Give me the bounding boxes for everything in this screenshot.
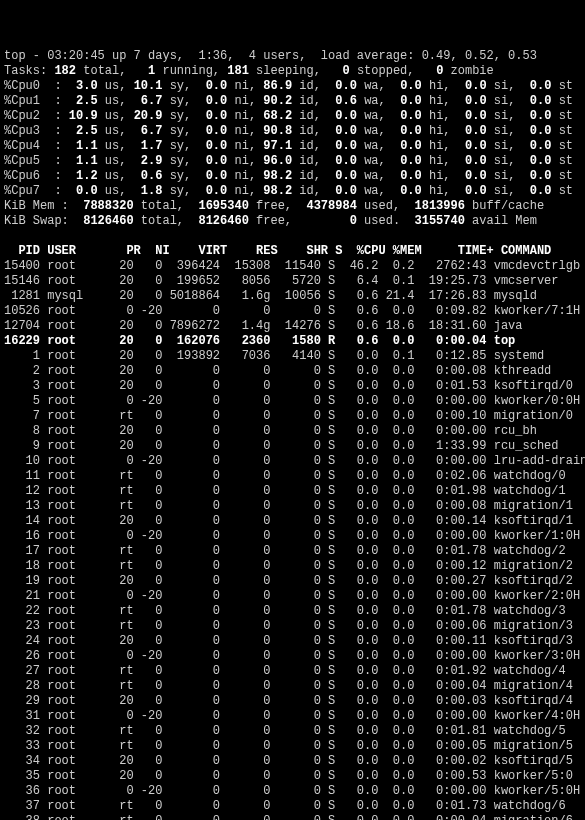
cpu-line-2: %Cpu2 : 10.9 us, 20.9 sy, 0.0 ni, 68.2 i… bbox=[4, 109, 585, 124]
terminal-output[interactable]: top - 03:20:45 up 7 days, 1:36, 4 users,… bbox=[4, 49, 585, 820]
cpu-line-4: %Cpu4 : 1.1 us, 1.7 sy, 0.0 ni, 97.1 id,… bbox=[4, 139, 585, 154]
process-row[interactable]: 14 root 20 0 0 0 0 S 0.0 0.0 0:00.14 kso… bbox=[4, 514, 585, 529]
process-row[interactable]: 13 root rt 0 0 0 0 S 0.0 0.0 0:00.08 mig… bbox=[4, 499, 585, 514]
mem-line: KiB Mem : 7888320 total, 1695340 free, 4… bbox=[4, 199, 585, 214]
cpu-line-0: %Cpu0 : 3.0 us, 10.1 sy, 0.0 ni, 86.9 id… bbox=[4, 79, 585, 94]
process-row[interactable]: 17 root rt 0 0 0 0 S 0.0 0.0 0:01.78 wat… bbox=[4, 544, 585, 559]
cpu-line-7: %Cpu7 : 0.0 us, 1.8 sy, 0.0 ni, 98.2 id,… bbox=[4, 184, 585, 199]
process-row[interactable]: 9 root 20 0 0 0 0 S 0.0 0.0 1:33.99 rcu_… bbox=[4, 439, 585, 454]
process-row[interactable]: 2 root 20 0 0 0 0 S 0.0 0.0 0:00.08 kthr… bbox=[4, 364, 585, 379]
process-row[interactable]: 15400 root 20 0 396424 15308 11540 S 46.… bbox=[4, 259, 585, 274]
process-row[interactable]: 36 root 0 -20 0 0 0 S 0.0 0.0 0:00.00 kw… bbox=[4, 784, 585, 799]
process-row[interactable]: 5 root 0 -20 0 0 0 S 0.0 0.0 0:00.00 kwo… bbox=[4, 394, 585, 409]
process-row[interactable]: 29 root 20 0 0 0 0 S 0.0 0.0 0:00.03 kso… bbox=[4, 694, 585, 709]
cpu-line-1: %Cpu1 : 2.5 us, 6.7 sy, 0.0 ni, 90.2 id,… bbox=[4, 94, 585, 109]
cpu-line-3: %Cpu3 : 2.5 us, 6.7 sy, 0.0 ni, 90.8 id,… bbox=[4, 124, 585, 139]
process-header: PID USER PR NI VIRT RES SHR S %CPU %MEM … bbox=[4, 244, 585, 259]
summary-line: top - 03:20:45 up 7 days, 1:36, 4 users,… bbox=[4, 49, 585, 64]
process-row[interactable]: 33 root rt 0 0 0 0 S 0.0 0.0 0:00.05 mig… bbox=[4, 739, 585, 754]
process-row[interactable]: 27 root rt 0 0 0 0 S 0.0 0.0 0:01.92 wat… bbox=[4, 664, 585, 679]
process-row[interactable]: 28 root rt 0 0 0 0 S 0.0 0.0 0:00.04 mig… bbox=[4, 679, 585, 694]
cpu-line-5: %Cpu5 : 1.1 us, 2.9 sy, 0.0 ni, 96.0 id,… bbox=[4, 154, 585, 169]
process-row[interactable]: 19 root 20 0 0 0 0 S 0.0 0.0 0:00.27 kso… bbox=[4, 574, 585, 589]
process-row[interactable]: 31 root 0 -20 0 0 0 S 0.0 0.0 0:00.00 kw… bbox=[4, 709, 585, 724]
process-row[interactable]: 12 root rt 0 0 0 0 S 0.0 0.0 0:01.98 wat… bbox=[4, 484, 585, 499]
process-row[interactable]: 1281 mysql 20 0 5018864 1.6g 10056 S 0.6… bbox=[4, 289, 585, 304]
process-row[interactable]: 34 root 20 0 0 0 0 S 0.0 0.0 0:00.02 kso… bbox=[4, 754, 585, 769]
swap-line: KiB Swap: 8126460 total, 8126460 free, 0… bbox=[4, 214, 585, 229]
process-row[interactable]: 1 root 20 0 193892 7036 4140 S 0.0 0.1 0… bbox=[4, 349, 585, 364]
process-row[interactable]: 8 root 20 0 0 0 0 S 0.0 0.0 0:00.00 rcu_… bbox=[4, 424, 585, 439]
process-row[interactable]: 21 root 0 -20 0 0 0 S 0.0 0.0 0:00.00 kw… bbox=[4, 589, 585, 604]
process-row[interactable]: 12704 root 20 0 7896272 1.4g 14276 S 0.6… bbox=[4, 319, 585, 334]
process-row[interactable]: 3 root 20 0 0 0 0 S 0.0 0.0 0:01.53 ksof… bbox=[4, 379, 585, 394]
process-row[interactable]: 26 root 0 -20 0 0 0 S 0.0 0.0 0:00.00 kw… bbox=[4, 649, 585, 664]
blank-line bbox=[4, 229, 585, 244]
process-row[interactable]: 24 root 20 0 0 0 0 S 0.0 0.0 0:00.11 kso… bbox=[4, 634, 585, 649]
process-row[interactable]: 32 root rt 0 0 0 0 S 0.0 0.0 0:01.81 wat… bbox=[4, 724, 585, 739]
process-row[interactable]: 38 root rt 0 0 0 0 S 0.0 0.0 0:00.04 mig… bbox=[4, 814, 585, 820]
process-row[interactable]: 18 root rt 0 0 0 0 S 0.0 0.0 0:00.12 mig… bbox=[4, 559, 585, 574]
process-row[interactable]: 35 root 20 0 0 0 0 S 0.0 0.0 0:00.53 kwo… bbox=[4, 769, 585, 784]
process-row[interactable]: 16229 root 20 0 162076 2360 1580 R 0.6 0… bbox=[4, 334, 585, 349]
process-row[interactable]: 7 root rt 0 0 0 0 S 0.0 0.0 0:00.10 migr… bbox=[4, 409, 585, 424]
process-row[interactable]: 11 root rt 0 0 0 0 S 0.0 0.0 0:02.06 wat… bbox=[4, 469, 585, 484]
process-row[interactable]: 37 root rt 0 0 0 0 S 0.0 0.0 0:01.73 wat… bbox=[4, 799, 585, 814]
tasks-line: Tasks: 182 total, 1 running, 181 sleepin… bbox=[4, 64, 585, 79]
cpu-line-6: %Cpu6 : 1.2 us, 0.6 sy, 0.0 ni, 98.2 id,… bbox=[4, 169, 585, 184]
process-row[interactable]: 16 root 0 -20 0 0 0 S 0.0 0.0 0:00.00 kw… bbox=[4, 529, 585, 544]
process-row[interactable]: 10526 root 0 -20 0 0 0 S 0.6 0.0 0:09.82… bbox=[4, 304, 585, 319]
process-row[interactable]: 22 root rt 0 0 0 0 S 0.0 0.0 0:01.78 wat… bbox=[4, 604, 585, 619]
process-row[interactable]: 15146 root 20 0 199652 8056 5720 S 6.4 0… bbox=[4, 274, 585, 289]
process-row[interactable]: 10 root 0 -20 0 0 0 S 0.0 0.0 0:00.00 lr… bbox=[4, 454, 585, 469]
process-row[interactable]: 23 root rt 0 0 0 0 S 0.0 0.0 0:00.06 mig… bbox=[4, 619, 585, 634]
